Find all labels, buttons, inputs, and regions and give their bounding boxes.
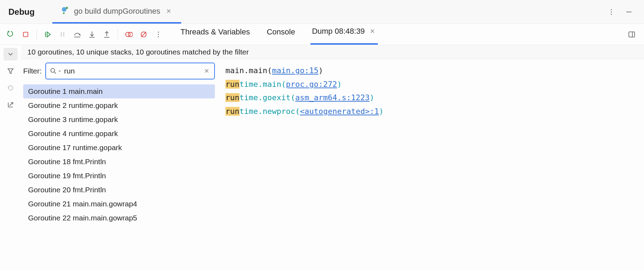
svg-point-4 bbox=[611, 13, 612, 14]
undo-icon[interactable] bbox=[4, 82, 18, 94]
goroutine-item[interactable]: Goroutine 1 main.main bbox=[23, 84, 215, 98]
svg-point-19 bbox=[158, 32, 159, 33]
svg-point-24 bbox=[51, 69, 54, 72]
view-breakpoints-icon[interactable] bbox=[125, 31, 133, 38]
minimize-icon[interactable] bbox=[625, 8, 633, 16]
stack-frame: runtime.main(proc.go:272) bbox=[225, 78, 637, 91]
debug-toolbar: Threads & Variables Console Dump 08:48:3… bbox=[0, 24, 644, 45]
separator bbox=[37, 30, 37, 39]
goroutine-item[interactable]: Goroutine 17 runtime.gopark bbox=[23, 141, 215, 155]
goroutine-item[interactable]: Goroutine 2 runtime.gopark bbox=[23, 98, 215, 112]
goroutine-item[interactable]: Goroutine 22 main.main.gowrap5 bbox=[23, 211, 215, 225]
source-link[interactable]: asm_arm64.s:1223 bbox=[295, 93, 370, 102]
filter-row: Filter: ✕ bbox=[23, 63, 215, 79]
pause-icon[interactable] bbox=[59, 31, 66, 38]
svg-rect-6 bbox=[24, 32, 28, 37]
tab-dump[interactable]: Dump 08:48:39 ✕ bbox=[310, 24, 377, 45]
stack-fn: time.newproc bbox=[239, 107, 295, 116]
source-link[interactable]: <autogenerated>:1 bbox=[300, 107, 379, 116]
filter-box[interactable]: ✕ bbox=[45, 63, 215, 79]
main-area: 10 goroutines, 10 unique stacks, 10 goro… bbox=[21, 45, 644, 270]
stack-frame: main.main(main.go:15) bbox=[225, 64, 637, 78]
top-row: Debug go build dumpGoroutines ✕ bbox=[0, 0, 644, 24]
goroutine-item[interactable]: Goroutine 4 runtime.gopark bbox=[23, 127, 215, 141]
goroutine-item[interactable]: Goroutine 19 fmt.Println bbox=[23, 169, 215, 183]
stack-fn: time.main bbox=[239, 80, 281, 89]
filter-icon[interactable] bbox=[4, 65, 18, 77]
svg-point-2 bbox=[611, 9, 612, 10]
run-config-tab[interactable]: go build dumpGoroutines ✕ bbox=[52, 0, 181, 24]
match-highlight: run bbox=[225, 107, 239, 116]
stack-fn: time.goexit bbox=[239, 93, 291, 102]
more-actions-icon[interactable] bbox=[155, 31, 162, 38]
go-run-icon bbox=[61, 6, 70, 17]
filter-input[interactable] bbox=[64, 67, 200, 75]
mute-breakpoints-icon[interactable] bbox=[140, 31, 147, 38]
match-highlight: run bbox=[225, 80, 239, 89]
svg-point-21 bbox=[158, 36, 159, 37]
close-icon[interactable]: ✕ bbox=[165, 7, 173, 15]
tab-threads-variables[interactable]: Threads & Variables bbox=[179, 24, 251, 45]
stack-fn: main.main bbox=[225, 66, 267, 75]
goroutine-pane: Filter: ✕ Goroutine 1 main.main bbox=[21, 59, 218, 270]
separator bbox=[118, 30, 118, 39]
toolbar-left bbox=[0, 30, 162, 39]
goroutine-item[interactable]: Goroutine 3 runtime.gopark bbox=[23, 112, 215, 127]
clear-filter-icon[interactable]: ✕ bbox=[203, 67, 211, 75]
toolbar-right bbox=[628, 31, 644, 38]
stack-frame: runtime.newproc(<autogenerated>:1) bbox=[225, 105, 637, 118]
top-right-controls bbox=[607, 8, 644, 16]
resume-icon[interactable] bbox=[44, 31, 52, 38]
search-options-chevron-icon[interactable] bbox=[58, 68, 61, 74]
step-over-icon[interactable] bbox=[73, 31, 81, 38]
filter-label: Filter: bbox=[23, 67, 42, 75]
svg-point-1 bbox=[66, 7, 68, 9]
left-gutter bbox=[0, 45, 21, 270]
step-into-icon[interactable] bbox=[88, 31, 96, 38]
export-icon[interactable] bbox=[4, 98, 18, 111]
goroutine-item[interactable]: Goroutine 20 fmt.Println bbox=[23, 183, 215, 197]
stack-frame: runtime.goexit(asm_arm64.s:1223) bbox=[225, 91, 637, 105]
goroutine-item[interactable]: Goroutine 18 fmt.Println bbox=[23, 155, 215, 169]
match-highlight: run bbox=[225, 93, 239, 102]
stack-pane: main.main(main.go:15) runtime.main(proc.… bbox=[218, 59, 644, 270]
tab-console[interactable]: Console bbox=[265, 24, 297, 45]
step-out-icon[interactable] bbox=[103, 31, 111, 38]
body-area: 10 goroutines, 10 unique stacks, 10 goro… bbox=[0, 45, 644, 270]
goroutine-item[interactable]: Goroutine 21 main.main.gowrap4 bbox=[23, 197, 215, 211]
goroutine-list: Goroutine 1 main.main Goroutine 2 runtim… bbox=[23, 84, 215, 225]
status-bar: 10 goroutines, 10 unique stacks, 10 goro… bbox=[21, 45, 644, 59]
source-link[interactable]: main.go:15 bbox=[272, 66, 318, 75]
stop-icon[interactable] bbox=[22, 31, 29, 38]
tab-dump-label: Dump 08:48:39 bbox=[312, 27, 364, 36]
svg-rect-22 bbox=[629, 32, 635, 37]
layout-icon[interactable] bbox=[628, 31, 636, 38]
rerun-icon[interactable] bbox=[7, 31, 15, 38]
collapse-icon[interactable] bbox=[4, 48, 18, 60]
search-icon[interactable] bbox=[50, 67, 57, 75]
more-icon[interactable] bbox=[607, 8, 615, 16]
source-link[interactable]: proc.go:272 bbox=[286, 80, 337, 89]
panes: Filter: ✕ Goroutine 1 main.main bbox=[21, 59, 644, 270]
run-config-label: go build dumpGoroutines bbox=[74, 7, 160, 16]
svg-point-20 bbox=[158, 34, 159, 35]
panel-title: Debug bbox=[8, 7, 35, 17]
close-icon[interactable]: ✕ bbox=[368, 27, 376, 35]
content-tabs: Threads & Variables Console Dump 08:48:3… bbox=[179, 24, 378, 45]
svg-line-25 bbox=[54, 72, 56, 74]
svg-point-3 bbox=[611, 11, 612, 12]
